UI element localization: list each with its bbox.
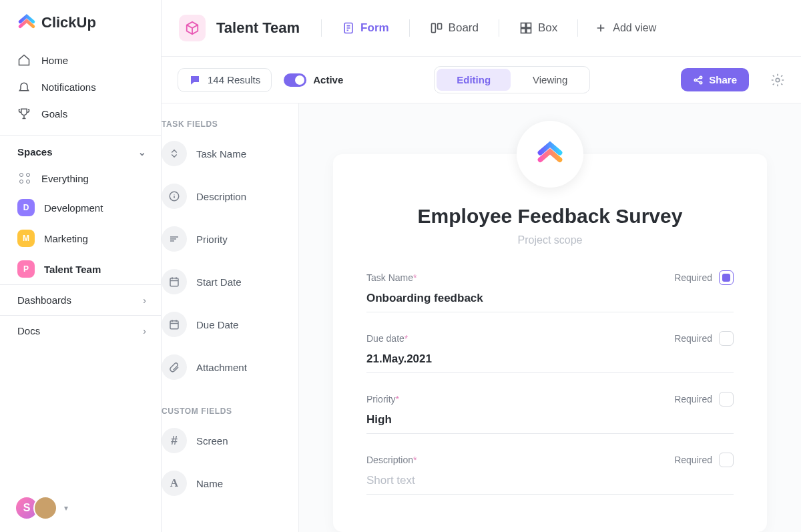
sort-icon: [162, 141, 187, 166]
hash-icon: #: [162, 428, 187, 453]
required-checkbox[interactable]: [719, 331, 734, 346]
trophy-icon: [17, 107, 31, 120]
active-toggle[interactable]: Active: [284, 73, 343, 87]
space-icon: [179, 15, 206, 41]
sidebar: ClickUp Home Notifications Goals Spaces …: [0, 0, 162, 532]
add-view-label: Add view: [613, 22, 656, 34]
space-badge-icon: D: [17, 199, 35, 216]
field-label: Priority: [196, 234, 228, 245]
nav-notifications[interactable]: Notifications: [0, 73, 161, 100]
gear-icon[interactable]: [770, 73, 785, 87]
field-label: Description: [196, 191, 246, 202]
field-label: Task Name*: [366, 272, 417, 283]
sidebar-item-everything[interactable]: Everything: [0, 164, 161, 192]
subbar: 144 Results Active Editing Viewing Share: [162, 57, 801, 103]
field-label: Priority*: [366, 394, 399, 405]
sidebar-docs[interactable]: Docs ›: [0, 315, 161, 346]
view-tab-label: Form: [360, 21, 389, 35]
required-label: Required: [674, 455, 712, 465]
space-label: Talent Team: [44, 264, 101, 275]
user-avatars[interactable]: S ▾: [0, 484, 161, 532]
nav-goals[interactable]: Goals: [0, 100, 161, 127]
form-field-task-name[interactable]: Task Name* Required Onboarding feedback: [366, 270, 734, 312]
field-label: Screen: [196, 435, 228, 447]
spaces-header[interactable]: Spaces ⌄: [0, 136, 161, 164]
attachment-icon: [162, 354, 187, 380]
required-label: Required: [674, 394, 712, 405]
info-icon: [162, 184, 187, 209]
field-start-date[interactable]: Start Date: [162, 265, 298, 308]
spaces-header-label: Spaces: [17, 146, 53, 158]
share-icon: [693, 75, 704, 85]
custom-fields-header: CUSTOM FIELDS: [162, 403, 298, 424]
results-chip[interactable]: 144 Results: [178, 68, 272, 92]
nav-label: Goals: [41, 108, 67, 119]
svg-rect-2: [437, 23, 441, 29]
space-badge-icon: M: [17, 230, 35, 247]
chevron-down-icon: ⌄: [138, 147, 146, 158]
share-button[interactable]: Share: [681, 68, 749, 91]
svg-rect-6: [527, 29, 531, 33]
space-label: Marketing: [44, 233, 88, 244]
required-checkbox[interactable]: [719, 392, 734, 407]
view-tab-form[interactable]: Form: [332, 21, 398, 35]
mode-segmented-control: Editing Viewing: [434, 66, 590, 93]
view-tab-label: Box: [538, 21, 557, 35]
field-value[interactable]: High: [366, 413, 734, 434]
view-tab-box[interactable]: Box: [510, 21, 567, 35]
box-icon: [519, 21, 533, 35]
viewing-button[interactable]: Viewing: [513, 69, 587, 91]
field-screen[interactable]: # Screen: [162, 424, 298, 467]
sidebar-item-development[interactable]: D Development: [0, 192, 161, 223]
field-label: Description*: [366, 455, 417, 465]
form-field-due-date[interactable]: Due date* Required 21.May.2021: [366, 331, 734, 373]
form-icon: [342, 21, 355, 35]
home-icon: [17, 53, 31, 67]
svg-rect-5: [521, 29, 525, 33]
view-tab-label: Board: [449, 21, 479, 35]
chevron-right-icon: ›: [143, 326, 146, 336]
field-due-date[interactable]: Due Date: [162, 308, 298, 350]
form-canvas: Employee Feedback Survey Project scope T…: [299, 103, 801, 532]
sidebar-dashboards[interactable]: Dashboards ›: [0, 284, 161, 315]
letter-icon: A: [162, 471, 187, 496]
form-logo[interactable]: [517, 121, 583, 188]
required-checkbox[interactable]: [719, 453, 734, 467]
field-placeholder[interactable]: Short text: [366, 474, 734, 495]
form-field-priority[interactable]: Priority* Required High: [366, 392, 734, 434]
field-description[interactable]: Description: [162, 180, 298, 222]
field-priority[interactable]: Priority: [162, 222, 298, 265]
required-checkbox[interactable]: [719, 270, 734, 285]
plus-icon: [595, 23, 606, 33]
field-value[interactable]: Onboarding feedback: [366, 292, 734, 312]
nav-label: Notifications: [41, 81, 96, 93]
comment-icon: [189, 74, 201, 86]
main: Talent Team Form Board Box Add view: [162, 0, 801, 532]
svg-rect-12: [170, 278, 178, 286]
view-tab-board[interactable]: Board: [421, 21, 488, 35]
sidebar-item-marketing[interactable]: M Marketing: [0, 223, 161, 254]
add-view-button[interactable]: Add view: [589, 22, 663, 34]
task-fields-header: TASK FIELDS: [162, 115, 298, 137]
dashboards-label: Dashboards: [17, 294, 71, 306]
active-label: Active: [313, 74, 343, 85]
form-card: Employee Feedback Survey Project scope T…: [333, 154, 767, 532]
field-attachment[interactable]: Attachment: [162, 350, 298, 393]
svg-rect-4: [527, 23, 531, 28]
required-label: Required: [674, 272, 712, 283]
field-task-name[interactable]: Task Name: [162, 137, 298, 180]
space-badge-icon: P: [17, 260, 35, 278]
field-name[interactable]: A Name: [162, 467, 298, 509]
field-value[interactable]: 21.May.2021: [366, 352, 734, 373]
nav-home[interactable]: Home: [0, 47, 161, 73]
editing-button[interactable]: Editing: [437, 69, 511, 91]
form-title[interactable]: Employee Feedback Survey: [366, 205, 734, 228]
form-field-description[interactable]: Description* Required Short text: [366, 453, 734, 495]
form-subtitle[interactable]: Project scope: [366, 234, 734, 246]
results-text: 144 Results: [208, 74, 260, 85]
logo[interactable]: ClickUp: [0, 0, 161, 44]
field-label: Attachment: [196, 362, 247, 373]
docs-label: Docs: [17, 325, 40, 336]
topbar: Talent Team Form Board Box Add view: [162, 0, 801, 57]
sidebar-item-talent-team[interactable]: P Talent Team: [0, 254, 161, 284]
